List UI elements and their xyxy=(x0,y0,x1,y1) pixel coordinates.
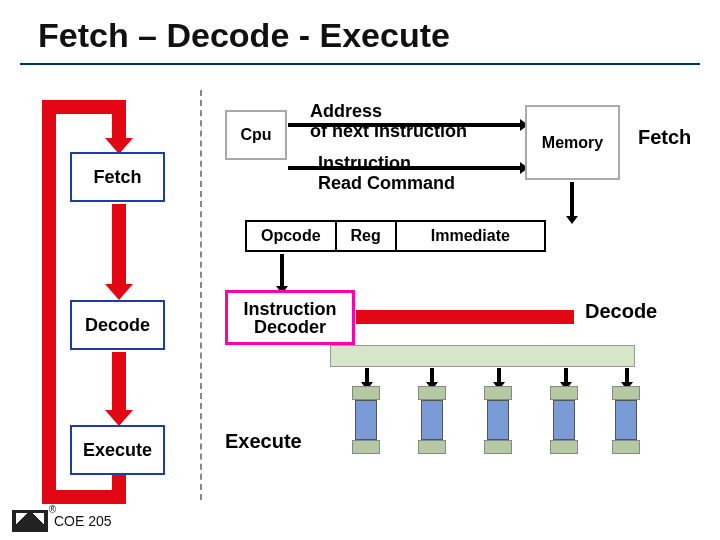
arrow-mem-to-instr xyxy=(570,182,574,216)
instruction-fields: Opcode Reg Immediate xyxy=(245,220,546,252)
bus-tap-4 xyxy=(564,368,568,382)
field-reg: Reg xyxy=(337,222,397,250)
control-bus xyxy=(330,345,635,367)
stage-execute-box: Execute xyxy=(70,425,165,475)
footer: ® COE 205 xyxy=(12,510,112,532)
memory-box: Memory xyxy=(525,105,620,180)
field-immediate: Immediate xyxy=(397,222,544,250)
exec-unit-4 xyxy=(550,386,578,456)
right-fetch-label: Fetch xyxy=(638,126,691,149)
stage-fetch-label: Fetch xyxy=(93,167,141,188)
stage-fetch-box: Fetch xyxy=(70,152,165,202)
course-code: COE 205 xyxy=(54,513,112,529)
arrow-opcode-to-decoder xyxy=(280,254,284,286)
arrow-loop-left: .arrow-red-v[data-name="arrow-loop-left"… xyxy=(42,100,56,504)
arrow-decoder-out xyxy=(356,310,574,324)
stage-execute-label: Execute xyxy=(83,440,152,461)
decoder-l1: Instruction xyxy=(244,299,337,319)
stage-decode-box: Decode xyxy=(70,300,165,350)
exec-unit-2 xyxy=(418,386,446,456)
read-command-label: Instruction Read Command xyxy=(318,154,455,194)
arrow-decode-execute xyxy=(112,352,126,410)
arrow-out-execute: .arrow-red-v[data-name="arrow-out-execut… xyxy=(112,475,126,490)
registered-mark: ® xyxy=(49,504,56,515)
arrow-fetch-decode xyxy=(112,204,126,284)
cpu-label: Cpu xyxy=(240,126,271,144)
bus-tap-3 xyxy=(497,368,501,382)
exec-unit-5 xyxy=(612,386,640,456)
instruction-decoder-box: InstructionDecoder xyxy=(225,290,355,345)
execute-label: Execute xyxy=(225,430,302,453)
right-decode-label: Decode xyxy=(585,300,657,323)
arrow-loop-top xyxy=(42,100,126,114)
addr-l2: of next Instruction xyxy=(310,121,467,141)
bus-tap-1 xyxy=(365,368,369,382)
read-l1: Instruction xyxy=(318,153,411,173)
logo-icon xyxy=(12,510,48,532)
exec-unit-1 xyxy=(352,386,380,456)
exec-unit-3 xyxy=(484,386,512,456)
bus-tap-2 xyxy=(430,368,434,382)
decoder-l2: Decoder xyxy=(254,317,326,337)
divider-line xyxy=(200,90,202,500)
addr-l1: Address xyxy=(310,101,382,121)
bus-tap-5 xyxy=(625,368,629,382)
cpu-box: Cpu xyxy=(225,110,287,160)
read-l2: Read Command xyxy=(318,173,455,193)
address-label: Address of next Instruction xyxy=(310,102,467,142)
diagram-canvas: .arrow-red-v[data-name="arrow-loop-left"… xyxy=(0,70,720,540)
memory-label: Memory xyxy=(542,134,603,152)
stage-decode-label: Decode xyxy=(85,315,150,336)
field-opcode: Opcode xyxy=(247,222,337,250)
page-title: Fetch – Decode - Execute xyxy=(38,10,700,63)
